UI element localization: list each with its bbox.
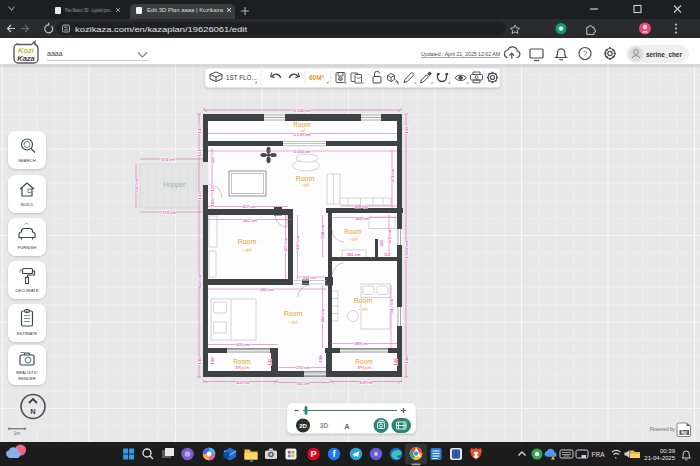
svg-text:138: 138: [210, 357, 215, 365]
svg-text:409 cm: 409 cm: [359, 380, 373, 385]
svg-text:RENDER: RENDER: [18, 376, 36, 381]
svg-text:139: 139: [267, 358, 272, 366]
svg-text:- m²: - m²: [289, 319, 298, 325]
svg-text:389 cm: 389 cm: [354, 341, 368, 346]
svg-text:133: 133: [197, 192, 202, 200]
svg-text:407 cm: 407 cm: [295, 236, 300, 250]
svg-text:?: ?: [583, 49, 587, 58]
svg-text:- m²: - m²: [301, 182, 310, 188]
svg-text:817 cm: 817 cm: [389, 299, 394, 313]
svg-text:114: 114: [384, 252, 391, 257]
svg-text:141: 141: [197, 149, 202, 157]
svg-text:Plan: Plan: [681, 432, 687, 436]
svg-text:288 cm: 288 cm: [320, 225, 325, 239]
svg-text:232 cm: 232 cm: [134, 179, 139, 193]
svg-text:851 cm: 851 cm: [197, 275, 202, 289]
svg-text:60M²: 60M²: [309, 74, 325, 81]
svg-text:Hopper: Hopper: [163, 181, 186, 189]
svg-text:138: 138: [404, 356, 409, 364]
svg-text:serine_cher: serine_cher: [646, 51, 682, 58]
svg-text:270 cm: 270 cm: [296, 365, 310, 370]
svg-text:203 cm: 203 cm: [302, 275, 316, 280]
svg-text:P: P: [310, 449, 316, 459]
svg-text:401 cm: 401 cm: [236, 342, 250, 347]
svg-text:375 cm: 375 cm: [387, 230, 392, 244]
svg-text:Room: Room: [238, 238, 257, 245]
svg-text:384 cm: 384 cm: [320, 309, 325, 323]
svg-text:462 cm: 462 cm: [243, 218, 257, 223]
svg-text:110: 110: [379, 239, 384, 246]
svg-text:Room: Room: [296, 175, 315, 182]
svg-text:SEARCH: SEARCH: [18, 158, 35, 163]
svg-text:Room: Room: [344, 228, 361, 235]
svg-text:Room: Room: [293, 121, 310, 128]
svg-text:Edit 3D Plan aaaa | Kozikaza: Edit 3D Plan aaaa | Kozikaza: [147, 7, 224, 13]
svg-text:00:39: 00:39: [660, 448, 676, 454]
svg-text:374 cm: 374 cm: [162, 210, 176, 215]
svg-text:427 cm: 427 cm: [242, 204, 256, 209]
svg-text:374 cm: 374 cm: [161, 157, 175, 162]
svg-text:Room: Room: [354, 297, 373, 304]
svg-text:680 cm: 680 cm: [260, 287, 274, 292]
svg-text:- m²: - m²: [298, 128, 306, 133]
svg-text:ESTIMATE: ESTIMATE: [17, 331, 38, 336]
svg-text:4 146 cm: 4 146 cm: [293, 108, 311, 113]
svg-text:401 cm: 401 cm: [236, 380, 250, 385]
svg-text:Plan Maison 3D - Logiciel gran: Plan Maison 3D - Logiciel gran...: [65, 7, 113, 13]
svg-text:3D: 3D: [320, 422, 329, 429]
svg-text:330 cm: 330 cm: [296, 381, 310, 386]
svg-text:REALISTIC: REALISTIC: [16, 370, 38, 375]
svg-text:1m: 1m: [14, 431, 21, 436]
svg-text:aaaa: aaaa: [47, 50, 63, 57]
svg-text:- m²: - m²: [243, 247, 252, 253]
svg-text:Kaza: Kaza: [17, 54, 35, 63]
svg-text:139: 139: [197, 126, 202, 134]
svg-text:373 cm: 373 cm: [390, 169, 395, 183]
svg-text:FURNISH: FURNISH: [18, 245, 37, 250]
svg-text:Room: Room: [284, 310, 303, 317]
svg-text:103: 103: [210, 199, 215, 207]
svg-text:138: 138: [197, 357, 202, 365]
svg-text:- m²: - m²: [360, 366, 368, 371]
svg-text:DECORATE: DECORATE: [16, 288, 39, 293]
svg-text:- m²: - m²: [349, 236, 358, 242]
svg-text:Powered by: Powered by: [650, 427, 676, 432]
svg-text:- m²: - m²: [238, 366, 246, 371]
svg-text:FRA: FRA: [592, 451, 606, 458]
svg-text:A: A: [344, 422, 350, 431]
svg-text:Room: Room: [233, 358, 250, 365]
svg-text:129: 129: [210, 184, 215, 192]
svg-text:2D: 2D: [299, 423, 307, 429]
svg-text:N: N: [30, 407, 35, 416]
svg-text:399 cm: 399 cm: [354, 204, 368, 209]
svg-text:138: 138: [393, 358, 398, 366]
svg-text:- m²: - m²: [359, 306, 368, 312]
svg-text:111: 111: [210, 156, 215, 163]
svg-text:397 cm: 397 cm: [283, 238, 288, 252]
svg-text:266 cm: 266 cm: [347, 252, 361, 257]
svg-text:4 000 cm: 4 000 cm: [293, 149, 311, 154]
svg-text:1ST FLO...: 1ST FLO...: [226, 74, 257, 81]
svg-text:Updated : April 21, 2025 12:02: Updated : April 21, 2025 12:02 AM: [421, 51, 500, 57]
svg-text:369 cm: 369 cm: [355, 216, 369, 221]
svg-text:138: 138: [318, 355, 323, 363]
svg-text:Room: Room: [355, 358, 372, 365]
svg-text:BUILD: BUILD: [21, 202, 33, 207]
svg-text:kozikaza.com/en/kazaplan/19626: kozikaza.com/en/kazaplan/19626061/edit: [75, 25, 247, 34]
svg-text:21-04-2025: 21-04-2025: [644, 455, 675, 461]
svg-text:139: 139: [404, 126, 409, 134]
svg-text:1 248 cm: 1 248 cm: [404, 241, 409, 259]
